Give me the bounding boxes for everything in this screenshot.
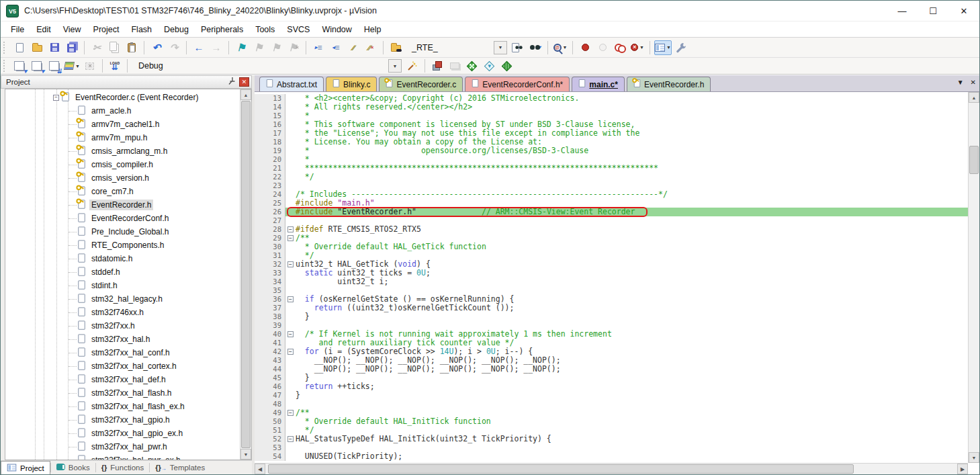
comment-button[interactable]: ∕∕ — [345, 40, 361, 55]
code-editor[interactable]: 13 * <h2><center>&copy; Copyright (c) 20… — [255, 92, 968, 463]
scroll-left-icon[interactable]: ◀ — [255, 464, 265, 474]
uncomment-button[interactable]: ∕∕× — [363, 40, 379, 55]
menu-window[interactable]: Window — [316, 23, 357, 36]
next-bookmark-button[interactable]: ⚑ — [268, 40, 284, 55]
manage-components-button[interactable] — [429, 58, 445, 73]
code-line-19[interactable]: 19 * opensource.org/licenses/BSD-3-Claus… — [255, 146, 968, 155]
find-symbol-button[interactable]: @▼ — [552, 40, 568, 55]
clear-bookmarks-button[interactable]: ⚑× — [285, 40, 302, 55]
previous-bookmark-button[interactable]: ⚑ — [251, 40, 267, 55]
editor-vertical-scrollbar[interactable]: ▲ ▼ — [968, 92, 979, 463]
fold-collapse-icon[interactable]: − — [287, 296, 294, 302]
menu-file[interactable]: File — [5, 23, 30, 36]
tree-item[interactable]: EventRecorderConf.h — [5, 212, 240, 225]
code-line-48[interactable]: 48 — [255, 400, 968, 408]
scrollbar-thumb[interactable] — [241, 101, 251, 448]
scroll-down-icon[interactable]: ▼ — [969, 452, 979, 463]
panel-tab-project[interactable]: Project — [1, 461, 50, 474]
find-in-files-button[interactable] — [388, 40, 404, 55]
tree-item[interactable]: stm32f7xx_hal_gpio_ex.h — [5, 427, 240, 440]
open-file-button[interactable] — [29, 40, 45, 55]
target-options-button[interactable] — [404, 58, 420, 73]
code-line-54[interactable]: 54 UNUSED(TickPriority); — [255, 452, 968, 461]
code-line-50[interactable]: 50 * Override default HAL_InitTick funct… — [255, 417, 968, 426]
copy-button[interactable] — [106, 40, 122, 55]
fold-collapse-icon[interactable]: − — [287, 235, 294, 241]
scrollbar-thumb[interactable] — [268, 464, 854, 474]
insert-breakpoint-button[interactable] — [577, 40, 593, 55]
tree-item[interactable]: stm32f7xx_hal_pwr_ex.h — [5, 454, 240, 460]
build-button[interactable]: ▾ — [29, 58, 45, 73]
chevron-down-icon[interactable]: ▼ — [563, 45, 568, 50]
toolbar-grip[interactable] — [3, 60, 7, 72]
expand-collapse-icon[interactable]: − — [53, 95, 59, 101]
tree-item[interactable]: stdatomic.h — [5, 252, 240, 265]
tree-item[interactable]: stm32f7xx_hal.h — [5, 333, 240, 346]
fold-collapse-icon[interactable]: − — [287, 331, 294, 337]
translate-button[interactable]: ▾ — [11, 58, 28, 73]
tree-item[interactable]: stm32f7xx_hal_conf.h — [5, 346, 240, 359]
close-panel-icon[interactable]: ✕ — [239, 77, 249, 87]
editor-horizontal-scrollbar[interactable]: ◀ ▶ — [255, 463, 968, 474]
redo-button[interactable]: ↷ — [166, 40, 182, 55]
kill-all-breakpoints-button[interactable]: ×▼ — [629, 40, 645, 55]
code-line-21[interactable]: 21 *************************************… — [255, 164, 968, 173]
select-packs-button[interactable]: ▼ — [482, 58, 498, 73]
document-tab-eventrecorderconf-h-[interactable]: EventRecorderConf.h* — [465, 77, 570, 91]
tree-item[interactable]: stm32f7xx_hal_gpio.h — [5, 413, 240, 427]
fold-collapse-icon[interactable]: − — [287, 349, 294, 355]
tree-item[interactable]: stm32f7xx_hal_pwr.h — [5, 440, 240, 454]
menu-help[interactable]: Help — [358, 23, 388, 36]
scroll-up-icon[interactable]: ▲ — [240, 89, 251, 100]
window-layout-button[interactable]: ▼ — [654, 40, 672, 55]
tree-item[interactable]: Pre_Include_Global.h — [5, 225, 240, 239]
disable-all-breakpoints-button[interactable] — [612, 40, 628, 55]
file-extensions-button[interactable] — [447, 58, 463, 73]
document-tab-abstract-txt[interactable]: Abstract.txt — [259, 77, 324, 91]
new-file-button[interactable] — [11, 40, 28, 55]
tree-item[interactable]: stm32f7xx_hal_def.h — [5, 373, 240, 386]
save-all-button[interactable] — [64, 40, 80, 55]
find-dialog-button[interactable] — [510, 40, 526, 55]
indent-button[interactable]: ▸≡ — [310, 40, 326, 55]
pin-icon[interactable] — [228, 76, 236, 88]
chevron-down-icon[interactable]: ▼ — [75, 64, 80, 69]
batch-build-button[interactable]: ▼ — [64, 58, 81, 73]
tree-item-root[interactable]: −EventRecorder.c (Event Recorder) — [5, 91, 240, 104]
outdent-button[interactable]: ◂≡ — [328, 40, 344, 55]
tree-item[interactable]: stm32f7xx_hal_flash_ex.h — [5, 400, 240, 413]
navigate-forward-button[interactable]: → — [208, 40, 224, 55]
document-tab-main-c-[interactable]: main.c* — [572, 77, 625, 91]
fold-collapse-icon[interactable]: − — [287, 226, 294, 232]
chevron-down-icon[interactable]: ▼ — [388, 59, 402, 73]
tree-item[interactable]: stddef.h — [5, 265, 240, 279]
tree-item[interactable]: stm32f7xx.h — [5, 319, 240, 333]
menu-svcs[interactable]: SVCS — [281, 23, 316, 36]
chevron-down-icon[interactable]: ▼ — [666, 45, 671, 50]
document-tab-blinky-c[interactable]: Blinky.c — [326, 77, 377, 91]
tree-item[interactable]: arm_acle.h — [5, 104, 240, 118]
tree-item[interactable]: stm32f7xx_hal_flash.h — [5, 386, 240, 400]
tree-item[interactable]: armv7m_mpu.h — [5, 131, 240, 144]
code-line-26[interactable]: 26#include "EventRecorder.h" // ARM::CMS… — [255, 208, 968, 216]
stop-build-button[interactable]: × — [82, 58, 98, 73]
tree-item[interactable]: cmsis_armclang_m.h — [5, 144, 240, 158]
code-line-34[interactable]: 34 uint32_t i; — [255, 277, 968, 286]
chevron-down-icon[interactable]: ▼ — [639, 45, 644, 50]
code-line-37[interactable]: 37 return ((uint32_t)osKernelGetTickCoun… — [255, 304, 968, 312]
project-tree-scrollbar[interactable]: ▲ ▼ — [240, 89, 251, 460]
code-line-22[interactable]: 22 */ — [255, 173, 968, 181]
tree-item[interactable]: armv7m_cachel1.h — [5, 118, 240, 131]
maximize-button[interactable]: ☐ — [918, 1, 948, 21]
tree-item[interactable]: stm32f7xx_hal_cortex.h — [5, 359, 240, 373]
code-line-46[interactable]: 46 return ++ticks; — [255, 382, 968, 391]
code-line-30[interactable]: 30 * Override default HAL_GetTick functi… — [255, 243, 968, 251]
tree-item[interactable]: EventRecorder.h — [5, 198, 240, 212]
project-tree[interactable]: −EventRecorder.c (Event Recorder)arm_acl… — [5, 89, 252, 460]
code-line-28[interactable]: 28−#ifdef RTE_CMSIS_RTOS2_RTX5 — [255, 225, 968, 234]
menu-flash[interactable]: Flash — [125, 23, 158, 36]
incremental-find-button[interactable]: ▾ — [527, 40, 543, 55]
tree-item[interactable]: RTE_Components.h — [5, 239, 240, 252]
scroll-up-icon[interactable]: ▲ — [969, 92, 979, 103]
fold-collapse-icon[interactable]: − — [287, 261, 294, 267]
